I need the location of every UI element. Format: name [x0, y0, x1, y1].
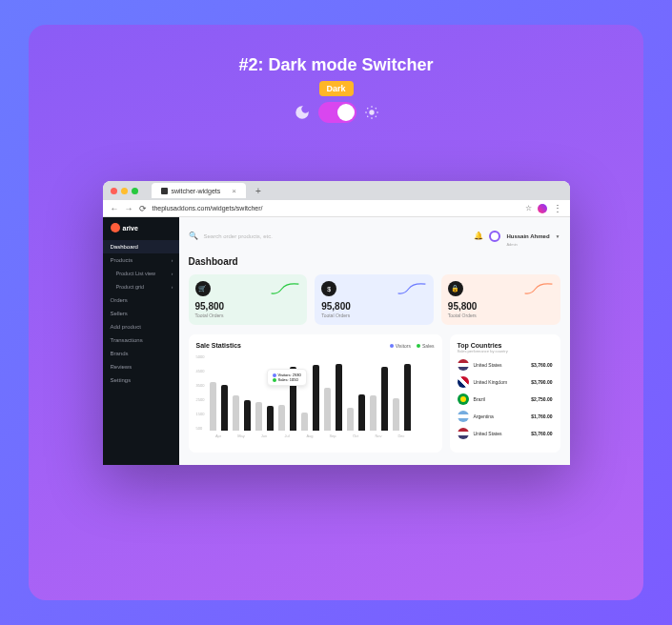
bar-visitors[interactable] — [278, 405, 285, 431]
bar-sales[interactable] — [358, 394, 365, 431]
tab-close-icon[interactable]: × — [232, 187, 236, 195]
bar-visitors[interactable] — [370, 395, 377, 431]
x-tick: Jul — [278, 433, 296, 438]
x-tick: Sep — [324, 433, 342, 438]
country-value: $3,760.00 — [531, 362, 552, 368]
window-maximize-icon[interactable] — [132, 188, 138, 194]
bar-sales[interactable] — [404, 364, 411, 431]
theme-toggle[interactable] — [318, 102, 356, 123]
country-row[interactable]: Argentina$1,760.00 — [458, 411, 553, 422]
user-info[interactable]: Hussain Ahmed Admin — [506, 225, 549, 247]
stat-value: 95,800 — [448, 301, 554, 312]
sidebar-item-product-list-view[interactable]: Product List view› — [103, 267, 179, 280]
window-minimize-icon[interactable] — [121, 188, 128, 194]
country-name: United States — [474, 431, 527, 436]
country-row[interactable]: United States$3,760.00 — [458, 428, 553, 439]
stat-label: Tootal Orders — [321, 312, 427, 318]
bookmark-icon[interactable]: ☆ — [525, 204, 532, 212]
chevron-right-icon: › — [172, 284, 173, 290]
top-countries-panel: Top Countries Sales performance by count… — [450, 334, 560, 453]
search-input[interactable]: Search order products, etc. — [204, 233, 469, 239]
tab-title: switcher-widgets — [172, 188, 221, 194]
stat-card[interactable]: $95,800Tootal Orders — [315, 274, 434, 325]
stat-label: Tootal Orders — [448, 312, 554, 318]
bar-visitors[interactable] — [255, 402, 262, 431]
country-row[interactable]: United States$3,760.00 — [458, 359, 553, 371]
browser-tab[interactable]: switcher-widgets × — [152, 183, 246, 198]
sidebar-item-settings[interactable]: Settings — [103, 373, 179, 387]
sidebar-item-sellers[interactable]: Sellers — [103, 307, 179, 320]
country-name: Brazil — [474, 396, 527, 402]
country-name: United States — [474, 362, 527, 368]
legend-sales: Sales — [417, 343, 435, 349]
sidebar-item-products[interactable]: Products› — [103, 253, 179, 267]
window-close-icon[interactable] — [111, 188, 117, 194]
bar-visitors[interactable] — [324, 388, 331, 431]
bar-visitors[interactable] — [210, 382, 216, 431]
bar-visitors[interactable] — [347, 408, 354, 431]
y-tick: 1500 — [196, 412, 205, 416]
country-row[interactable]: Brazil$2,750.00 — [458, 393, 553, 405]
address-bar: ← → ⟳ theplusaddons.com/widgets/switcher… — [103, 200, 570, 217]
search-icon: 🔍 — [189, 232, 198, 240]
chart-legend: Visitors Sales — [390, 343, 435, 349]
sparkline-icon — [523, 281, 554, 296]
lower-row: Sale Statistics Visitors Sales 500045003… — [189, 334, 560, 453]
country-value: $3,760.00 — [531, 431, 552, 436]
sparkline-icon — [270, 281, 300, 296]
favicon-icon — [161, 188, 168, 194]
back-button[interactable]: ← — [111, 204, 119, 213]
sun-icon — [364, 105, 379, 120]
bar-sales[interactable] — [267, 406, 274, 431]
chevron-right-icon: › — [172, 271, 173, 276]
page-title: Dashboard — [189, 256, 560, 267]
flag-icon — [458, 359, 469, 371]
bar-sales[interactable] — [381, 367, 388, 431]
sidebar-item-orders[interactable]: Orders — [103, 293, 179, 307]
sidebar-item-brands[interactable]: Brands — [103, 347, 179, 360]
bar-visitors[interactable] — [233, 395, 239, 431]
stat-icon: 🔒 — [448, 281, 463, 296]
country-name: United Kingdom — [474, 379, 527, 385]
brand-logo[interactable]: arive — [103, 223, 179, 240]
x-tick: Apr — [210, 433, 228, 438]
y-tick: 500 — [196, 426, 205, 431]
sidebar-item-product-grid[interactable]: Product grid› — [103, 280, 179, 293]
stat-card[interactable]: 🔒95,800Tootal Orders — [441, 274, 560, 325]
country-row[interactable]: United Kingdom$3,790.00 — [458, 376, 553, 388]
bar-sales[interactable] — [313, 365, 319, 431]
mode-badge: Dark — [318, 81, 353, 96]
forward-button[interactable]: → — [125, 204, 133, 213]
sidebar-item-transactions[interactable]: Transactions — [103, 333, 179, 347]
user-avatar[interactable] — [489, 231, 500, 242]
legend-visitors: Visitors — [390, 343, 411, 349]
bar-chart: 50004500350025001500500 Visitors: 2930 S… — [196, 354, 435, 445]
y-tick: 5000 — [196, 354, 205, 359]
bar-sales[interactable] — [336, 364, 342, 431]
bar-sales[interactable] — [221, 385, 228, 431]
sidebar-item-dashboard[interactable]: Dashboard — [103, 240, 179, 253]
countries-title: Top Countries — [458, 342, 553, 349]
moon-icon — [294, 104, 311, 121]
user-role: Admin — [506, 242, 549, 247]
countries-subtitle: Sales performance by country — [458, 349, 553, 353]
new-tab-button[interactable]: + — [255, 186, 261, 196]
stat-card[interactable]: 🛒95,800Tootal Orders — [189, 274, 308, 325]
bar-visitors[interactable] — [301, 413, 308, 431]
stat-label: Tootal Orders — [195, 312, 301, 318]
reload-button[interactable]: ⟳ — [139, 204, 147, 213]
browser-menu-icon[interactable]: ⋮ — [553, 203, 562, 213]
country-name: Argentina — [474, 413, 527, 419]
browser-window: switcher-widgets × + ← → ⟳ theplusaddons… — [103, 181, 570, 465]
sidebar-item-add-product[interactable]: Add product — [103, 320, 179, 333]
url-field[interactable]: theplusaddons.com/widgets/switcher/ — [153, 205, 519, 212]
topbar: 🔍 Search order products, etc. 🔔 Hussain … — [189, 225, 560, 247]
bar-visitors[interactable] — [393, 398, 399, 431]
chevron-right-icon: › — [172, 257, 173, 263]
sparkline-icon — [397, 281, 427, 296]
sidebar-item-reviews[interactable]: Reviews — [103, 360, 179, 373]
notification-icon[interactable]: 🔔 — [474, 232, 483, 240]
stat-value: 95,800 — [321, 301, 427, 312]
bar-sales[interactable] — [244, 400, 251, 431]
profile-avatar-icon[interactable] — [538, 204, 547, 213]
